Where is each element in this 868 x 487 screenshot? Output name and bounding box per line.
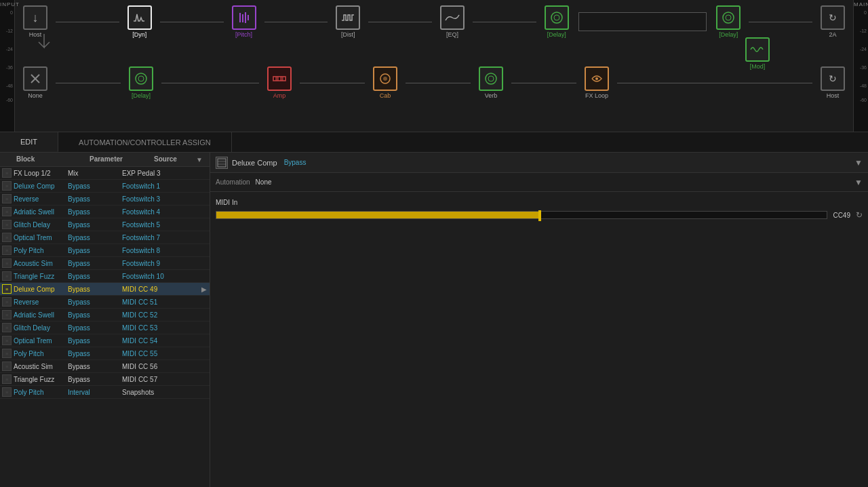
- automation-label: Automation: [216, 178, 250, 186]
- block-fxloop-label: FX Loop: [585, 92, 608, 99]
- block-amp[interactable]: Amp: [259, 66, 300, 99]
- block-eq[interactable]: [EQ]: [432, 5, 473, 38]
- block-delay1[interactable]: [Delay]: [536, 5, 577, 38]
- block-cab[interactable]: Cab: [365, 66, 406, 99]
- block-host2-label: Host: [827, 92, 840, 99]
- row-param: Bypass: [68, 286, 122, 293]
- row-source: EXP Pedal 3: [122, 170, 199, 177]
- table-row[interactable]: ≡ Optical Trem Bypass Footswitch 7: [0, 231, 210, 244]
- row-source: Footswitch 9: [122, 260, 199, 267]
- row-icon: ≡: [2, 387, 12, 397]
- midi-slider-track[interactable]: [216, 211, 827, 219]
- midi-refresh-icon[interactable]: ↻: [856, 210, 863, 220]
- block-delay2-label: [Delay]: [719, 31, 738, 38]
- tab-automation[interactable]: AUTOMATION/CONTROLLER ASSIGN: [58, 132, 232, 152]
- input-label: INPUT: [0, 0, 14, 7]
- block-none-label: None: [28, 92, 43, 99]
- block-dist[interactable]: [Dist]: [328, 5, 368, 38]
- block-host1[interactable]: ↓ Host: [15, 5, 56, 38]
- row-source: Footswitch 4: [122, 208, 199, 216]
- midi-cc-label: CC49: [833, 212, 850, 219]
- block-dyn[interactable]: [Dyn]: [119, 5, 160, 38]
- row-param: Mix: [68, 170, 122, 177]
- row-block: Acoustic Sim: [14, 363, 68, 370]
- table-row[interactable]: ≡ FX Loop 1/2 Mix EXP Pedal 3: [0, 167, 210, 180]
- block-2a-label: 2A: [829, 31, 836, 38]
- block-bar-name: Deluxe Comp: [232, 159, 277, 167]
- table-row[interactable]: ≡ Deluxe Comp Bypass Footswitch 1: [0, 180, 210, 193]
- row-icon: ≡: [2, 207, 12, 216]
- table-row[interactable]: ≡ Optical Trem Bypass MIDI CC 54: [0, 334, 210, 347]
- table-row[interactable]: ≡ Adriatic Swell Bypass Footswitch 4: [0, 206, 210, 218]
- block-mod[interactable]: [Mod]: [745, 37, 770, 70]
- automation-expand[interactable]: ▼: [854, 178, 863, 187]
- svg-rect-3: [248, 15, 249, 20]
- row-arrow: ▶: [199, 286, 210, 293]
- block-bar-bypass[interactable]: Bypass: [284, 159, 307, 166]
- table-row[interactable]: ≡ Glitch Delay Bypass MIDI CC 53: [0, 322, 210, 334]
- table-row[interactable]: ≡ Triangle Fuzz Bypass Footswitch 10: [0, 270, 210, 283]
- svg-point-4: [551, 12, 562, 23]
- block-bar: Deluxe Comp Bypass ▼: [210, 153, 868, 173]
- row-icon: ≡: [2, 168, 12, 178]
- row-source: MIDI CC 57: [122, 376, 199, 383]
- row-block: Glitch Delay: [14, 324, 68, 332]
- block-none[interactable]: None: [15, 66, 56, 99]
- row-source: MIDI CC 51: [122, 298, 199, 306]
- block-verb[interactable]: Verb: [471, 66, 511, 99]
- row-param: Bypass: [68, 247, 122, 254]
- expand-arrow[interactable]: ▼: [854, 158, 863, 168]
- path-bar: [578, 12, 707, 31]
- table-row[interactable]: ≡ Acoustic Sim Bypass Footswitch 9: [0, 257, 210, 270]
- row-param: Interval: [68, 389, 122, 396]
- midi-slider-thumb[interactable]: [538, 210, 541, 221]
- block-pitch[interactable]: [Pitch]: [224, 5, 264, 38]
- block-delay3-label: [Delay]: [132, 92, 151, 99]
- row-source: Footswitch 7: [122, 234, 199, 241]
- svg-rect-1: [242, 14, 243, 22]
- tab-edit[interactable]: EDIT: [0, 132, 58, 152]
- table-row[interactable]: ≡ Poly Pitch Bypass Footswitch 8: [0, 244, 210, 257]
- table-row[interactable]: ≡ Acoustic Sim Bypass MIDI CC 56: [0, 360, 210, 373]
- row-icon: ≡: [2, 284, 12, 294]
- row-icon: ≡: [2, 246, 12, 255]
- row-param: Bypass: [68, 376, 122, 383]
- table-row[interactable]: ≡ Triangle Fuzz Bypass MIDI CC 57: [0, 373, 210, 386]
- row-block: Poly Pitch: [14, 247, 68, 254]
- block-delay3[interactable]: [Delay]: [121, 66, 161, 99]
- table-row[interactable]: ≡ Reverse Bypass MIDI CC 51: [0, 296, 210, 309]
- row-icon: ≡: [2, 349, 12, 358]
- table-row[interactable]: ≡ Glitch Delay Bypass Footswitch 5: [0, 218, 210, 231]
- row-source: Footswitch 8: [122, 247, 199, 254]
- row-source: MIDI CC 52: [122, 311, 199, 319]
- row-source: Footswitch 1: [122, 182, 199, 190]
- svg-point-7: [726, 15, 731, 20]
- block-2a[interactable]: ↻ 2A: [812, 5, 853, 38]
- row-block: Triangle Fuzz: [14, 273, 68, 280]
- svg-point-16: [383, 77, 387, 81]
- svg-rect-14: [280, 77, 283, 81]
- block-host2[interactable]: ↻ Host: [812, 66, 853, 99]
- row-source: MIDI CC 55: [122, 350, 199, 357]
- block-fxloop[interactable]: FX Loop: [576, 66, 617, 99]
- svg-rect-20: [218, 159, 226, 167]
- row-source: MIDI CC 54: [122, 337, 199, 345]
- svg-rect-13: [275, 77, 279, 81]
- block-delay2[interactable]: [Delay]: [708, 5, 749, 38]
- svg-rect-12: [273, 77, 285, 81]
- table-row[interactable]: ≡ Deluxe Comp Bypass MIDI CC 49 ▶: [0, 283, 210, 296]
- table-row[interactable]: ≡ Poly Pitch Interval Snapshots: [0, 386, 210, 399]
- row-block: Poly Pitch: [14, 389, 68, 396]
- svg-point-17: [486, 73, 496, 84]
- table-row[interactable]: ≡ Poly Pitch Bypass MIDI CC 55: [0, 347, 210, 360]
- row-param: Bypass: [68, 350, 122, 357]
- row-param: Bypass: [68, 298, 122, 306]
- row-block: Deluxe Comp: [14, 182, 68, 190]
- row-block: Glitch Delay: [14, 221, 68, 229]
- table-header: Block Parameter Source ▼: [0, 153, 210, 167]
- table-row[interactable]: ≡ Reverse Bypass Footswitch 3: [0, 193, 210, 206]
- table-row[interactable]: ≡ Adriatic Swell Bypass MIDI CC 52: [0, 309, 210, 322]
- svg-point-11: [138, 76, 144, 81]
- block-delay1-label: [Delay]: [547, 31, 566, 38]
- row-icon: ≡: [2, 297, 12, 307]
